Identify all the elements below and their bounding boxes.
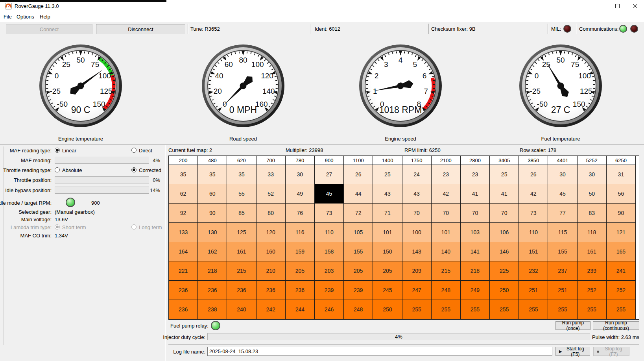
- fuel-map-cell[interactable]: 255: [607, 300, 636, 319]
- fuel-map-cell[interactable]: 161: [227, 242, 256, 261]
- fuel-map-cell[interactable]: 255: [578, 300, 607, 319]
- disconnect-button[interactable]: Disconnect: [96, 24, 185, 34]
- maximize-button[interactable]: [609, 0, 626, 12]
- fuel-map-cell[interactable]: 42: [432, 184, 461, 204]
- fuel-map-cell[interactable]: 43: [373, 184, 402, 204]
- fuel-map-cell[interactable]: 239: [578, 261, 607, 281]
- fuel-map-cell[interactable]: 245: [373, 281, 402, 300]
- fuel-map-cell[interactable]: 238: [198, 300, 227, 319]
- fuel-map-cell[interactable]: 251: [548, 281, 577, 300]
- fuel-map-cell[interactable]: 247: [402, 281, 432, 300]
- fuel-map-cell[interactable]: 101: [432, 223, 461, 242]
- fuel-map-cell[interactable]: 103: [461, 223, 490, 242]
- fuel-map-cell[interactable]: 45: [315, 184, 344, 204]
- fuel-map-cell[interactable]: 250: [490, 281, 519, 300]
- fuel-map-cell[interactable]: 130: [198, 223, 227, 242]
- fuel-map-cell[interactable]: 255: [548, 300, 577, 319]
- fuel-map-cell[interactable]: 203: [315, 261, 344, 281]
- menu-file[interactable]: File: [4, 14, 12, 20]
- lambda-long-term-radio[interactable]: [131, 224, 137, 230]
- fuel-map-cell[interactable]: 205: [373, 261, 402, 281]
- fuel-map-cell[interactable]: 73: [315, 204, 344, 223]
- fuel-map-cell[interactable]: 242: [256, 300, 286, 319]
- fuel-map-cell[interactable]: 115: [548, 223, 577, 242]
- stop-log-button[interactable]: ■ Stop log (F7): [593, 347, 629, 356]
- fuel-map-cell[interactable]: 62: [169, 184, 198, 204]
- fuel-map-cell[interactable]: 236: [227, 281, 256, 300]
- fuel-map-cell[interactable]: 162: [198, 242, 227, 261]
- fuel-map-cell[interactable]: 35: [227, 165, 256, 184]
- maf-direct-radio[interactable]: [131, 148, 137, 153]
- fuel-map-cell[interactable]: 56: [607, 184, 636, 204]
- fuel-map-cell[interactable]: 26: [344, 165, 373, 184]
- fuel-map-cell[interactable]: 164: [169, 242, 198, 261]
- fuel-map-cell[interactable]: 25: [373, 165, 402, 184]
- fuel-map-cell[interactable]: 248: [432, 281, 461, 300]
- fuel-map-cell[interactable]: 249: [461, 281, 490, 300]
- fuel-map-cell[interactable]: 55: [227, 184, 256, 204]
- fuel-map-cell[interactable]: 72: [344, 204, 373, 223]
- fuel-map-cell[interactable]: 90: [607, 204, 636, 223]
- fuel-map-cell[interactable]: 252: [578, 281, 607, 300]
- run-pump-continuous-button[interactable]: Run pump (continuous): [593, 321, 639, 330]
- fuel-map-cell[interactable]: 155: [344, 242, 373, 261]
- fuel-map-cell[interactable]: 77: [548, 204, 577, 223]
- fuel-map-cell[interactable]: 35: [169, 165, 198, 184]
- fuel-map-cell[interactable]: 118: [578, 223, 607, 242]
- fuel-map-cell[interactable]: 239: [344, 281, 373, 300]
- fuel-map-cell[interactable]: 140: [432, 242, 461, 261]
- fuel-map-cell[interactable]: 218: [461, 261, 490, 281]
- fuel-map-cell[interactable]: 165: [607, 242, 636, 261]
- fuel-map-cell[interactable]: 120: [256, 223, 286, 242]
- fuel-map-cell[interactable]: 121: [607, 223, 636, 242]
- fuel-map-cell[interactable]: 125: [227, 223, 256, 242]
- fuel-map-cell[interactable]: 101: [373, 223, 402, 242]
- fuel-map-cell[interactable]: 215: [432, 261, 461, 281]
- fuel-map-cell[interactable]: 239: [315, 281, 344, 300]
- fuel-map-cell[interactable]: 30: [548, 165, 577, 184]
- fuel-map-cell[interactable]: 70: [461, 204, 490, 223]
- fuel-map-cell[interactable]: 143: [402, 242, 432, 261]
- fuel-map-cell[interactable]: 106: [490, 223, 519, 242]
- fuel-map-cell[interactable]: 42: [519, 184, 548, 204]
- fuel-map-cell[interactable]: 60: [198, 184, 227, 204]
- connect-button[interactable]: Connect: [6, 24, 92, 34]
- fuel-map-cell[interactable]: 160: [256, 242, 286, 261]
- fuel-map-cell[interactable]: 221: [169, 261, 198, 281]
- fuel-map-cell[interactable]: 49: [286, 184, 315, 204]
- fuel-map-cell[interactable]: 210: [256, 261, 286, 281]
- fuel-map-cell[interactable]: 110: [315, 223, 344, 242]
- fuel-map-cell[interactable]: 52: [256, 184, 286, 204]
- fuel-map-cell[interactable]: 85: [227, 204, 256, 223]
- minimize-button[interactable]: [591, 0, 609, 12]
- fuel-map-cell[interactable]: 27: [315, 165, 344, 184]
- fuel-map-cell[interactable]: 70: [432, 204, 461, 223]
- fuel-map-cell[interactable]: 255: [519, 300, 548, 319]
- fuel-map-cell[interactable]: 23: [432, 165, 461, 184]
- fuel-map-cell[interactable]: 250: [373, 300, 402, 319]
- fuel-map-cell[interactable]: 50: [578, 184, 607, 204]
- fuel-map-cell[interactable]: 24: [402, 165, 432, 184]
- fuel-map-cell[interactable]: 105: [344, 223, 373, 242]
- fuel-map-cell[interactable]: 225: [490, 261, 519, 281]
- fuel-map-cell[interactable]: 209: [402, 261, 432, 281]
- fuel-map-cell[interactable]: 255: [432, 300, 461, 319]
- fuel-map-cell[interactable]: 70: [490, 204, 519, 223]
- fuel-map-cell[interactable]: 236: [169, 300, 198, 319]
- fuel-map-cell[interactable]: 255: [490, 300, 519, 319]
- fuel-map-cell[interactable]: 232: [519, 261, 548, 281]
- close-button[interactable]: [626, 0, 644, 12]
- fuel-map-cell[interactable]: 141: [461, 242, 490, 261]
- fuel-map-cell[interactable]: 33: [256, 165, 286, 184]
- fuel-map-cell[interactable]: 237: [548, 261, 577, 281]
- fuel-map-cell[interactable]: 246: [315, 300, 344, 319]
- fuel-map-cell[interactable]: 251: [519, 281, 548, 300]
- fuel-map-cell[interactable]: 35: [198, 165, 227, 184]
- fuel-map-cell[interactable]: 252: [607, 281, 636, 300]
- fuel-map-cell[interactable]: 248: [344, 300, 373, 319]
- fuel-map-cell[interactable]: 71: [373, 204, 402, 223]
- lambda-short-term-radio[interactable]: [55, 224, 60, 230]
- fuel-map-cell[interactable]: 158: [315, 242, 344, 261]
- fuel-map-cell[interactable]: 218: [198, 261, 227, 281]
- fuel-map-cell[interactable]: 150: [373, 242, 402, 261]
